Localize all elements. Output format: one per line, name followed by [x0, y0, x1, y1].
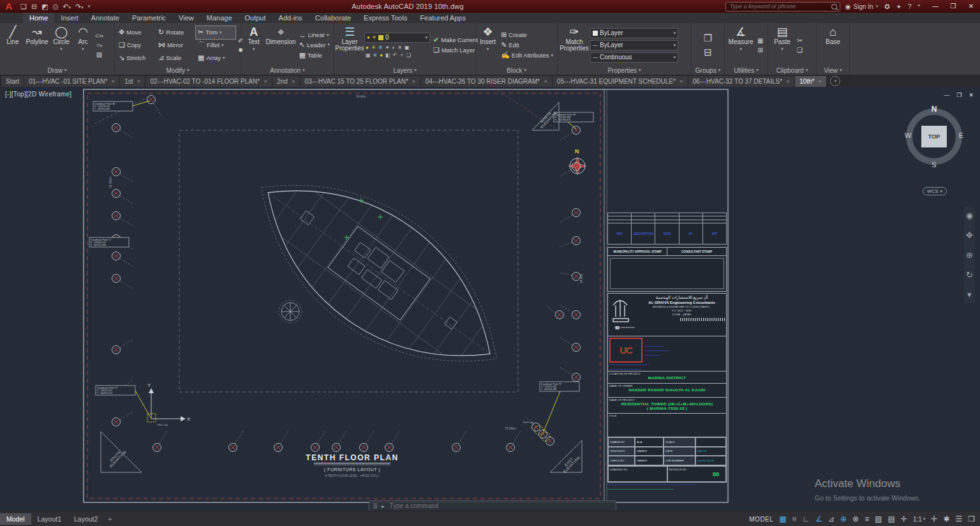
- rectangle-icon[interactable]: ▭▾: [95, 32, 103, 39]
- orbit-icon[interactable]: ↻: [966, 270, 973, 280]
- stay-connected-icon[interactable]: ✦: [896, 3, 902, 10]
- ribbon-tab-manage[interactable]: Manage: [200, 13, 239, 23]
- linetype-dropdown[interactable]: — Continuous ▾: [590, 52, 678, 63]
- layout-tab-layout1[interactable]: Layout1: [31, 513, 68, 525]
- paste-button[interactable]: ▤ Paste ▾: [770, 24, 794, 66]
- undo-icon[interactable]: ↶▾: [63, 3, 71, 11]
- text-caret-icon[interactable]: ▾: [253, 46, 255, 52]
- modify-panel-footer[interactable]: Modify▾: [115, 66, 241, 75]
- linetype-caret-icon[interactable]: ▾: [673, 55, 676, 60]
- search-input[interactable]: [729, 3, 829, 10]
- ungroup-icon[interactable]: ⊟: [704, 47, 712, 58]
- measure-caret-icon[interactable]: ▾: [739, 46, 742, 52]
- edit-block-button[interactable]: ✎Edit: [499, 41, 555, 49]
- layer-dropdown[interactable]: ● ☀ 0 ▾: [364, 33, 430, 43]
- layer-walk-icon[interactable]: ▦: [366, 52, 371, 58]
- fillet-caret-icon[interactable]: ▾: [221, 43, 224, 48]
- 3d-object-snap-icon[interactable]: ⊗: [852, 515, 859, 523]
- tab-close-icon[interactable]: ✕: [818, 79, 822, 84]
- tab-close-icon[interactable]: ✕: [786, 79, 790, 84]
- help-caret-icon[interactable]: ▾: [917, 3, 920, 10]
- circle-button[interactable]: ◯ Circle ▾: [50, 24, 72, 66]
- ribbon-tab-parametric[interactable]: Parametric: [126, 13, 172, 23]
- layer-merge-icon[interactable]: ▣: [405, 45, 410, 50]
- command-input[interactable]: [389, 502, 612, 510]
- base-view-button[interactable]: ⌂ Base: [820, 24, 846, 66]
- layer-state-icon[interactable]: ◧: [385, 52, 390, 58]
- layer-sun-icon[interactable]: ☀: [371, 45, 376, 50]
- viewcube[interactable]: N S W E TOP: [903, 106, 965, 167]
- linear-caret-icon[interactable]: ▾: [327, 33, 329, 38]
- zoom-icon[interactable]: ⊕: [966, 250, 973, 260]
- doc-minimize-icon[interactable]: —: [944, 92, 949, 98]
- object-snap-icon[interactable]: ⊕: [840, 515, 847, 523]
- tab-close-icon[interactable]: ✕: [137, 79, 141, 84]
- annotation-visibility-icon[interactable]: ✛: [931, 515, 937, 523]
- plot-icon[interactable]: ⎙: [53, 3, 59, 11]
- navbar-more-icon[interactable]: ▾: [967, 290, 972, 299]
- ortho-icon[interactable]: ∟: [802, 515, 810, 523]
- new-file-icon[interactable]: ❏: [20, 3, 27, 11]
- ribbon-tab-featured-apps[interactable]: Featured Apps: [413, 13, 472, 23]
- insert-caret-icon[interactable]: ▾: [487, 46, 489, 52]
- close-button[interactable]: ✕: [962, 0, 980, 13]
- document-tab[interactable]: 01---HVAC -01 SITE PLAN*✕: [24, 76, 120, 87]
- viewport-controls[interactable]: [-][Top][2D Wireframe]: [5, 91, 71, 98]
- ribbon-tab-express-tools[interactable]: Express Tools: [357, 13, 413, 23]
- ribbon-tab-add-ins[interactable]: Add-ins: [272, 13, 309, 23]
- doc-close-icon[interactable]: ✕: [969, 92, 974, 98]
- document-tab[interactable]: 03---HVAC 15 TO 25 FLOOR PLAN*✕: [301, 76, 421, 87]
- tab-close-icon[interactable]: ✕: [111, 79, 115, 84]
- insert-block-button[interactable]: ❖ Insert ▾: [478, 24, 498, 66]
- isodraft-icon[interactable]: ⊿: [828, 515, 835, 523]
- properties-panel-footer[interactable]: Properties▾: [558, 66, 691, 75]
- color-caret-icon[interactable]: ▾: [673, 31, 676, 36]
- scale-button[interactable]: ⊿Scale: [156, 52, 196, 64]
- polyline-button[interactable]: ↝ Polyline: [25, 24, 49, 66]
- create-block-button[interactable]: ⊞Create: [499, 31, 555, 39]
- ribbon-tab-view[interactable]: View: [172, 13, 200, 23]
- ellipse-icon[interactable]: ○▾: [96, 41, 103, 49]
- trim-button[interactable]: ✂Trim▾: [196, 26, 235, 39]
- layer-dropdown-caret-icon[interactable]: ▾: [425, 35, 427, 40]
- cut-icon[interactable]: ✂: [797, 37, 802, 44]
- doc-restore-icon[interactable]: ❐: [956, 92, 961, 98]
- layer-onoff-icon[interactable]: ●: [380, 52, 383, 58]
- copy-button[interactable]: ❏Copy: [117, 39, 156, 52]
- measure-button[interactable]: ∡ Measure ▾: [727, 24, 755, 66]
- linear-dimension-button[interactable]: ↔Linear▾: [297, 31, 332, 39]
- navigation-wheel-icon[interactable]: ◉: [966, 211, 973, 220]
- arc-caret-icon[interactable]: ▾: [82, 46, 84, 52]
- dimension-button[interactable]: ⌖ Dimension: [265, 24, 295, 66]
- command-line[interactable]: ☰ ▸: [369, 500, 616, 511]
- help-icon[interactable]: ?: [908, 3, 912, 10]
- array-button[interactable]: ▦Array▾: [196, 52, 235, 64]
- viewcube-north[interactable]: N: [903, 105, 965, 114]
- arc-button[interactable]: ◠ Arc ▾: [73, 24, 93, 66]
- layout-tab-model[interactable]: Model: [0, 513, 31, 525]
- table-button[interactable]: ▦Table: [297, 51, 332, 59]
- document-tab[interactable]: 05---HVAC-31 EQUIPMENT SCHEDULE*✕: [553, 76, 688, 87]
- ribbon-tab-home[interactable]: Home: [23, 13, 54, 23]
- annotation-panel-footer[interactable]: Annotation▾: [241, 66, 334, 75]
- autocad-app-button[interactable]: A: [0, 0, 18, 13]
- ribbon-tab-annotate[interactable]: Annotate: [85, 13, 126, 23]
- tab-close-icon[interactable]: ✕: [544, 79, 547, 84]
- edit-attributes-button[interactable]: ✍Edit Attributes▾: [499, 51, 555, 59]
- object-color-dropdown[interactable]: ByLayer ▾: [590, 28, 678, 38]
- save-file-icon[interactable]: ◩: [41, 3, 48, 11]
- hatch-icon[interactable]: ▨: [96, 51, 102, 58]
- clipboard-panel-footer[interactable]: Clipboard▾: [768, 66, 816, 75]
- fillet-button[interactable]: ⌒Fillet▾: [196, 39, 235, 52]
- sign-in-button[interactable]: ◉ Sign In ▾: [845, 3, 878, 10]
- lineweight-icon[interactable]: ≡: [865, 515, 869, 523]
- make-current-button[interactable]: ✔Make Current: [431, 36, 473, 44]
- lineweight-caret-icon[interactable]: ▾: [673, 43, 676, 48]
- tab-close-icon[interactable]: ✕: [264, 79, 267, 84]
- layer-lock-icon[interactable]: ✦: [385, 45, 390, 50]
- document-tab[interactable]: 1st✕: [120, 76, 145, 87]
- quick-select-icon[interactable]: ▦: [757, 37, 763, 44]
- viewcube-east[interactable]: E: [959, 132, 963, 139]
- settings-icon[interactable]: ✱: [943, 515, 949, 523]
- mirror-button[interactable]: ⋈Mirror: [156, 39, 196, 52]
